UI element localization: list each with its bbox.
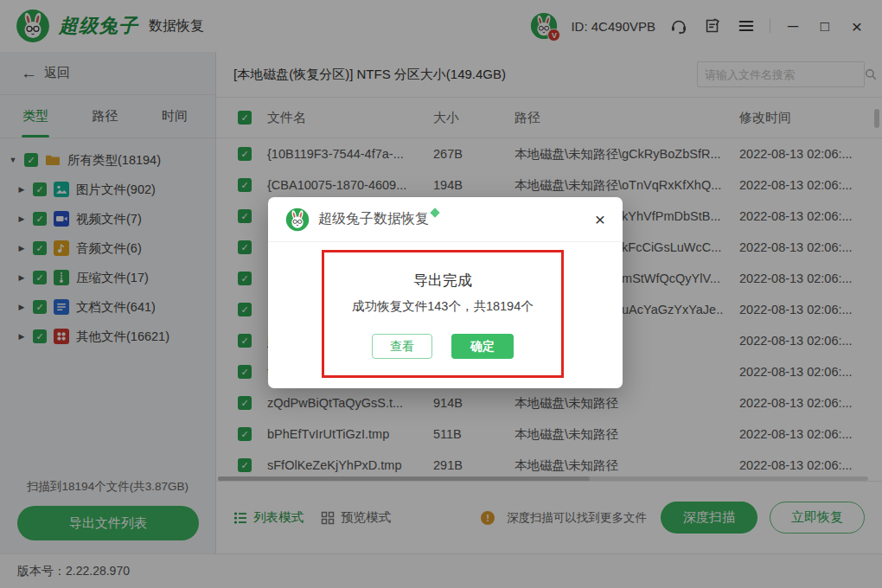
- dialog-message: 成功恢复文件143个，共18194个: [352, 298, 534, 315]
- export-complete-dialog: 超级兔子数据恢复 × 导出完成 成功恢复文件143个，共18194个 查看 确定: [268, 197, 623, 388]
- view-button[interactable]: 查看: [372, 334, 432, 359]
- dialog-heading: 导出完成: [413, 271, 472, 291]
- dialog-header: 超级兔子数据恢复 ×: [268, 197, 623, 242]
- diamond-decoration-icon: [430, 208, 439, 217]
- ok-button[interactable]: 确定: [451, 334, 514, 359]
- dialog-title: 超级兔子数据恢复: [318, 210, 429, 228]
- rabbit-dialog-logo-icon: [285, 208, 310, 232]
- dialog-close-icon[interactable]: ×: [595, 210, 605, 228]
- app-window: 超级兔子 数据恢复 V ID: 4C490VPB: [0, 0, 882, 588]
- annotation-red-box: 导出完成 成功恢复文件143个，共18194个 查看 确定: [322, 250, 564, 378]
- dialog-buttons: 查看 确定: [372, 334, 514, 359]
